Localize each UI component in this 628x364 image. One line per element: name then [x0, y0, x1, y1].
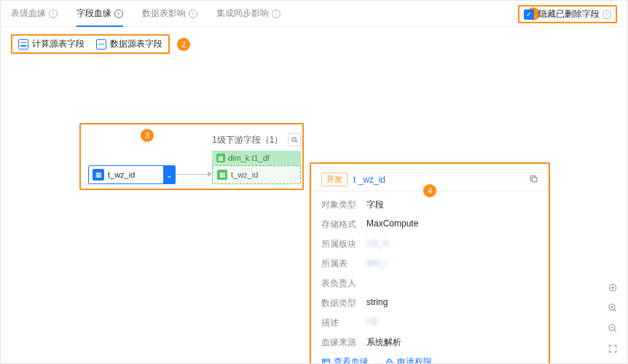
legend-label: 计算源表字段 — [32, 38, 85, 50]
zoom-in-icon[interactable] — [607, 302, 619, 314]
legend-bar: 计算源表字段 数据源表字段 2 — [1, 27, 627, 61]
field-icon: ▦ — [93, 169, 104, 181]
expand-chevron-icon[interactable]: ⌄ — [163, 165, 175, 184]
fullscreen-icon[interactable] — [607, 343, 619, 355]
connector-arrow — [176, 174, 212, 175]
detail-row-table: 所属表dim_l — [321, 258, 538, 270]
field-detail-panel: 开发 t _wz_id 4 对象类型字段 存储格式MaxCompute 所属板块… — [310, 162, 550, 364]
detail-row-source: 血缘来源系统解析 — [321, 336, 538, 349]
tab-label: 表级血缘 — [11, 7, 46, 20]
locate-icon[interactable] — [607, 282, 619, 293]
action-label: 申请权限 — [397, 356, 432, 364]
tabs-bar: 表级血缘i 字段血缘i 数据表影响i 集成同步影响i 1 ✓ 隐藏已删除字段 i — [1, 1, 627, 27]
detail-row-module: 所属板块LD_A — [321, 238, 538, 250]
calc-source-icon — [18, 39, 28, 50]
detail-row-desc: 描述t D — [321, 317, 538, 329]
lineage-canvas: 3 1级下游字段（1） ▦ dim_k t1_df ▦ t_wz_id ▦ t_… — [79, 123, 304, 190]
tab-label: 数据表影响 — [142, 7, 186, 20]
detail-actions: 查看血缘 申请权限 — [321, 356, 538, 364]
table-node-label: dim_k t1_df — [228, 154, 270, 162]
downstream-header-label: 1级下游字段（1） — [212, 134, 283, 146]
info-icon[interactable]: i — [49, 9, 58, 18]
table-icon: ▦ — [216, 154, 225, 162]
info-icon[interactable]: i — [189, 9, 197, 18]
tab-sync-impact[interactable]: 集成同步影响i — [216, 1, 280, 26]
copy-icon[interactable] — [529, 174, 538, 186]
source-field-node[interactable]: ▦ t_wz_id ⌄ — [88, 165, 176, 184]
checkbox-label: 隐藏已删除字段 — [538, 8, 600, 20]
env-tag: 开发 — [321, 173, 348, 186]
legend-label: 数据源表字段 — [110, 38, 162, 50]
info-icon[interactable]: i — [272, 9, 280, 18]
svg-point-5 — [612, 287, 613, 288]
downstream-header: 1级下游字段（1） — [212, 133, 301, 146]
tab-table-lineage[interactable]: 表级血缘i — [11, 1, 58, 26]
detail-row-obj-type: 对象类型字段 — [321, 199, 538, 211]
detail-row-storage: 存储格式MaxCompute — [321, 218, 538, 231]
tab-field-lineage[interactable]: 字段血缘i — [76, 1, 123, 26]
field-id-link[interactable]: t _wz_id — [353, 175, 385, 185]
callout-marker-2: 2 — [177, 38, 190, 51]
checkbox-checked-icon: ✓ — [524, 9, 534, 20]
zoom-out-icon[interactable] — [607, 323, 619, 334]
hide-deleted-fields-toggle[interactable]: ✓ 隐藏已删除字段 i — [518, 5, 617, 23]
field-label: t_wz_id — [231, 170, 258, 179]
detail-row-dtype: 数据类型string — [321, 297, 538, 309]
view-lineage-link[interactable]: 查看血缘 — [321, 356, 369, 364]
legend-calc-source: 计算源表字段 — [12, 38, 90, 50]
info-icon[interactable]: i — [603, 10, 611, 19]
svg-point-0 — [291, 137, 296, 141]
zoom-controls — [607, 282, 619, 355]
search-icon[interactable] — [288, 133, 301, 146]
svg-rect-2 — [323, 359, 330, 364]
field-label: t_wz_id — [108, 170, 135, 179]
legend-data-source: 数据源表字段 — [90, 38, 168, 50]
callout-marker-4: 4 — [423, 184, 436, 197]
svg-rect-1 — [532, 177, 537, 182]
callout-box-2: 计算源表字段 数据源表字段 — [11, 34, 170, 54]
data-source-icon — [96, 39, 106, 50]
info-icon[interactable]: i — [114, 9, 123, 18]
tab-label: 字段血缘 — [76, 7, 111, 20]
tab-label: 集成同步影响 — [216, 7, 269, 20]
field-icon: ▦ — [217, 170, 227, 180]
downstream-table-node[interactable]: ▦ dim_k t1_df — [212, 151, 301, 165]
callout-marker-3: 3 — [141, 129, 154, 142]
detail-row-owner: 表负责人 — [321, 277, 538, 290]
tab-data-impact[interactable]: 数据表影响i — [142, 1, 197, 26]
action-label: 查看血缘 — [334, 356, 369, 364]
downstream-field-node[interactable]: ▦ t_wz_id — [212, 165, 301, 184]
apply-permission-link[interactable]: 申请权限 — [385, 356, 432, 364]
